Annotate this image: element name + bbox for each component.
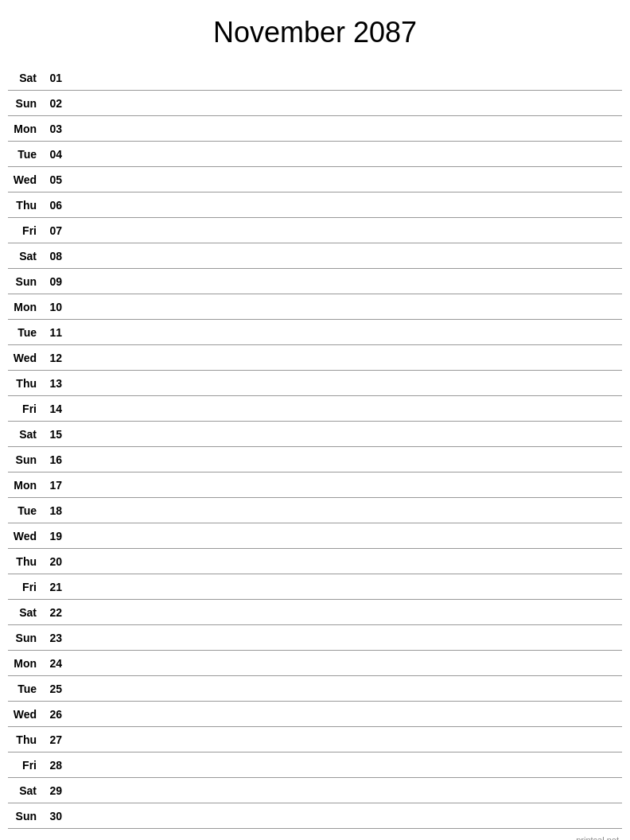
day-label: Mon [8, 301, 40, 313]
day-line [68, 103, 622, 103]
day-line [68, 612, 622, 612]
day-line [68, 637, 622, 638]
date-number: 12 [40, 352, 68, 364]
day-line [68, 535, 622, 536]
date-number: 08 [40, 250, 68, 262]
day-label: Sat [8, 72, 40, 84]
date-number: 09 [40, 275, 68, 288]
day-line [68, 688, 622, 689]
day-line [68, 714, 622, 714]
table-row: Fri28 [8, 752, 622, 778]
date-number: 29 [40, 784, 68, 797]
table-row: Wed12 [8, 345, 622, 371]
table-row: Tue18 [8, 498, 622, 523]
date-number: 06 [40, 199, 68, 212]
date-number: 13 [40, 377, 68, 390]
day-line [68, 179, 622, 180]
day-line [68, 128, 622, 129]
table-row: Mon24 [8, 651, 622, 676]
day-label: Fri [8, 224, 40, 237]
day-label: Fri [8, 402, 40, 415]
date-number: 11 [40, 326, 68, 339]
date-number: 04 [40, 148, 68, 161]
table-row: Sun02 [8, 91, 622, 116]
day-line [68, 561, 622, 562]
table-row: Mon03 [8, 116, 622, 142]
day-label: Thu [8, 733, 40, 746]
table-row: Wed05 [8, 167, 622, 192]
day-label: Sun [8, 275, 40, 288]
day-line [68, 204, 622, 205]
day-label: Sun [8, 453, 40, 466]
day-line [68, 332, 622, 332]
day-line [68, 790, 622, 791]
day-label: Sat [8, 606, 40, 619]
table-row: Tue11 [8, 320, 622, 345]
day-line [68, 77, 622, 78]
table-row: Mon17 [8, 472, 622, 498]
day-line [68, 764, 622, 765]
day-line [68, 434, 622, 434]
day-line [68, 255, 622, 256]
day-label: Tue [8, 326, 40, 339]
table-row: Sat01 [8, 65, 622, 91]
date-number: 27 [40, 733, 68, 746]
day-label: Wed [8, 173, 40, 186]
date-number: 21 [40, 581, 68, 593]
day-label: Thu [8, 555, 40, 568]
date-number: 10 [40, 301, 68, 313]
date-number: 18 [40, 504, 68, 517]
date-number: 15 [40, 428, 68, 441]
day-label: Tue [8, 148, 40, 161]
day-label: Wed [8, 530, 40, 542]
footer-text: printcal.net [8, 835, 622, 840]
day-line [68, 230, 622, 231]
date-number: 05 [40, 173, 68, 186]
date-number: 19 [40, 530, 68, 542]
table-row: Sat15 [8, 422, 622, 447]
table-row: Fri14 [8, 396, 622, 422]
date-number: 24 [40, 657, 68, 670]
date-number: 02 [40, 97, 68, 110]
date-number: 22 [40, 606, 68, 619]
day-line [68, 815, 622, 816]
date-number: 16 [40, 453, 68, 466]
date-number: 17 [40, 479, 68, 492]
calendar-table: Sat01Sun02Mon03Tue04Wed05Thu06Fri07Sat08… [8, 65, 622, 829]
day-line [68, 154, 622, 154]
date-number: 25 [40, 682, 68, 695]
table-row: Sun09 [8, 269, 622, 294]
day-label: Mon [8, 122, 40, 135]
day-label: Sun [8, 97, 40, 110]
day-label: Mon [8, 657, 40, 670]
day-line [68, 484, 622, 485]
table-row: Sat29 [8, 778, 622, 803]
date-number: 23 [40, 632, 68, 644]
day-line [68, 408, 622, 409]
day-label: Mon [8, 479, 40, 492]
day-line [68, 459, 622, 460]
day-label: Tue [8, 682, 40, 695]
day-line [68, 383, 622, 383]
day-label: Tue [8, 504, 40, 517]
day-label: Fri [8, 759, 40, 772]
day-label: Wed [8, 708, 40, 721]
table-row: Thu13 [8, 371, 622, 396]
day-label: Sun [8, 810, 40, 822]
day-line [68, 739, 622, 740]
table-row: Fri21 [8, 574, 622, 600]
table-row: Sun30 [8, 803, 622, 829]
day-line [68, 663, 622, 663]
day-label: Sat [8, 250, 40, 262]
page-title: November 2087 [8, 16, 622, 49]
day-line [68, 306, 622, 307]
date-number: 07 [40, 224, 68, 237]
day-line [68, 510, 622, 511]
table-row: Fri07 [8, 218, 622, 243]
table-row: Wed19 [8, 523, 622, 549]
date-number: 20 [40, 555, 68, 568]
day-line [68, 357, 622, 358]
date-number: 03 [40, 122, 68, 135]
table-row: Sun16 [8, 447, 622, 472]
table-row: Mon10 [8, 294, 622, 320]
